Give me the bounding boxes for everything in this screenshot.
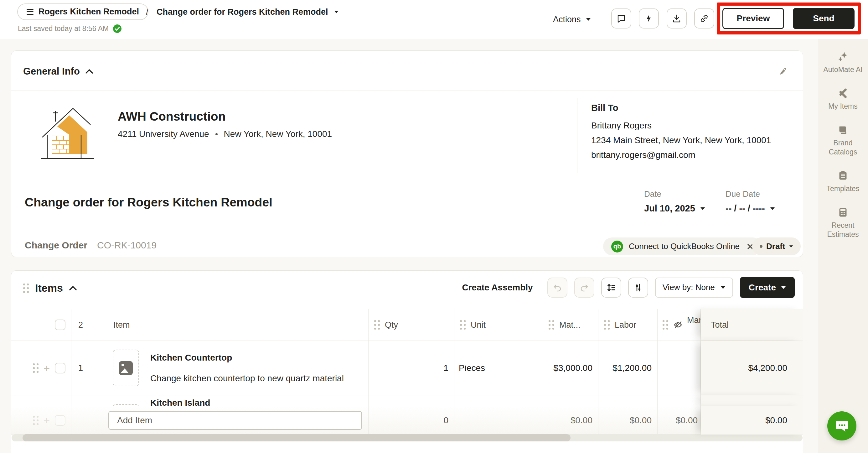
- material-cell[interactable]: $0.00: [543, 406, 598, 434]
- comment-button[interactable]: [611, 8, 631, 29]
- header-count-cell: 2: [71, 309, 103, 340]
- company-city: New York, New York, 10001: [224, 129, 332, 139]
- row-height-icon: [606, 282, 616, 293]
- header-labor[interactable]: Labor: [598, 309, 658, 340]
- add-row-icon: +: [43, 415, 50, 426]
- sidebar-item-my-items[interactable]: My Items: [823, 88, 863, 111]
- item-cell: [103, 406, 369, 434]
- drag-handle-icon[interactable]: [374, 320, 380, 330]
- row-checkbox: [55, 415, 65, 426]
- redo-button[interactable]: [574, 278, 594, 298]
- bill-to-label: Bill To: [591, 103, 771, 113]
- labor-cell[interactable]: $1,200.00: [598, 341, 658, 395]
- copy-link-button[interactable]: [694, 8, 714, 29]
- sidebar-item-recent-estimates[interactable]: Recent Estimates: [823, 207, 863, 239]
- markup-cell[interactable]: [658, 341, 701, 395]
- items-section-toggle[interactable]: Items: [23, 282, 77, 294]
- header-total: Total: [701, 309, 803, 340]
- chat-fab-button[interactable]: [827, 411, 857, 441]
- column-settings-button[interactable]: [628, 278, 648, 298]
- row-index: 1: [71, 341, 103, 395]
- date-field: Date Jul 10, 2025: [644, 189, 705, 214]
- drag-handle-icon[interactable]: [604, 320, 610, 330]
- chevron-down-icon: [781, 286, 786, 289]
- create-button[interactable]: Create: [740, 277, 795, 298]
- due-date-dropdown[interactable]: -- / -- / ----: [725, 203, 775, 214]
- sidebar-item-automate-ai[interactable]: AutoMate AI: [823, 51, 863, 74]
- link-icon: [699, 13, 709, 24]
- header-item[interactable]: Item: [103, 309, 369, 340]
- send-button[interactable]: Send: [793, 8, 855, 29]
- comment-icon: [616, 13, 626, 24]
- header-controls-cell: [11, 309, 71, 340]
- material-cell: [543, 395, 598, 406]
- view-by-dropdown[interactable]: View by: None: [655, 278, 733, 298]
- sidebar-item-brand-catalogs[interactable]: Brand Catalogs: [823, 125, 863, 157]
- table-row[interactable]: + 1 Kitchen Countertop Change kitchen co…: [11, 341, 803, 395]
- drag-handle-icon[interactable]: [33, 363, 38, 373]
- qty-cell[interactable]: 1: [369, 341, 454, 395]
- sliders-icon: [633, 282, 643, 293]
- sidebar-item-templates[interactable]: Templates: [823, 171, 863, 193]
- drag-handle-icon[interactable]: [23, 283, 29, 293]
- items-table: 2 Item Qty Unit: [11, 309, 803, 435]
- catalog-icon: [838, 125, 848, 135]
- undo-button[interactable]: [547, 278, 567, 298]
- header-unit[interactable]: Unit: [454, 309, 543, 340]
- header-markup[interactable]: Mark: [658, 309, 701, 340]
- items-title: Items: [35, 282, 63, 294]
- drag-handle-icon[interactable]: [549, 320, 554, 330]
- chevron-up-icon: [69, 286, 77, 291]
- lightning-icon: [644, 13, 654, 24]
- create-assembly-button[interactable]: Create Assembly: [462, 282, 533, 293]
- table-row-clipped[interactable]: Kitchen Island: [11, 395, 803, 406]
- drag-handle-icon[interactable]: [460, 320, 466, 330]
- item-cell[interactable]: Kitchen Island: [103, 395, 369, 406]
- date-dropdown[interactable]: Jul 10, 2025: [644, 203, 705, 214]
- crossed-tools-icon: [838, 88, 848, 99]
- drag-handle-icon[interactable]: [662, 320, 668, 330]
- unit-cell[interactable]: [454, 406, 543, 434]
- header-qty[interactable]: Qty: [369, 309, 454, 340]
- automation-button[interactable]: [639, 8, 659, 29]
- undo-icon: [552, 282, 562, 293]
- general-info-toggle[interactable]: General Info: [23, 66, 93, 77]
- status-dot-icon: [760, 245, 763, 248]
- status-badge[interactable]: Draft: [752, 238, 801, 255]
- item-cell[interactable]: Kitchen Countertop Change kitchen counte…: [103, 341, 369, 395]
- item-name[interactable]: Kitchen Countertop: [150, 353, 344, 363]
- markup-cell[interactable]: $0.00: [658, 406, 701, 434]
- labor-cell[interactable]: $0.00: [598, 406, 658, 434]
- row-checkbox[interactable]: [55, 363, 65, 373]
- breadcrumb-separator: /: [146, 7, 148, 17]
- image-icon: [119, 361, 133, 375]
- company-name: AWH Construction: [118, 110, 225, 123]
- item-description[interactable]: Change kitchen countertop to new quartz …: [150, 373, 344, 384]
- project-breadcrumb-pill[interactable]: Rogers Kitchen Remodel: [17, 3, 148, 20]
- item-name[interactable]: Kitchen Island: [150, 398, 210, 406]
- row-index: [71, 406, 103, 434]
- header-material[interactable]: Mat...: [543, 309, 598, 340]
- download-button[interactable]: [666, 8, 687, 29]
- unit-cell[interactable]: Pieces: [454, 341, 543, 395]
- divider: [11, 232, 803, 232]
- actions-dropdown[interactable]: Actions: [553, 12, 591, 27]
- total-cell: $4,200.00: [701, 341, 803, 395]
- edit-general-info-button[interactable]: [778, 66, 788, 77]
- horizontal-scrollbar-track[interactable]: [11, 434, 803, 442]
- item-image-placeholder[interactable]: [113, 350, 139, 386]
- select-all-checkbox[interactable]: [55, 320, 65, 330]
- row-controls: +: [11, 341, 71, 395]
- add-row-icon[interactable]: +: [43, 363, 50, 373]
- quickbooks-connect-pill[interactable]: qb Connect to QuickBooks Online: [603, 238, 762, 255]
- document-title-dropdown[interactable]: Change order for Rogers Kitchen Remodel: [157, 4, 339, 20]
- material-cell[interactable]: $3,000.00: [543, 341, 598, 395]
- horizontal-scrollbar-thumb[interactable]: [23, 434, 570, 442]
- date-label: Date: [644, 189, 705, 199]
- calculator-icon: [838, 207, 848, 218]
- qty-cell[interactable]: 0: [369, 406, 454, 434]
- preview-button[interactable]: Preview: [722, 8, 784, 29]
- main-content: General Info: [0, 39, 818, 453]
- add-item-input[interactable]: [108, 411, 362, 430]
- row-height-button[interactable]: [601, 278, 621, 298]
